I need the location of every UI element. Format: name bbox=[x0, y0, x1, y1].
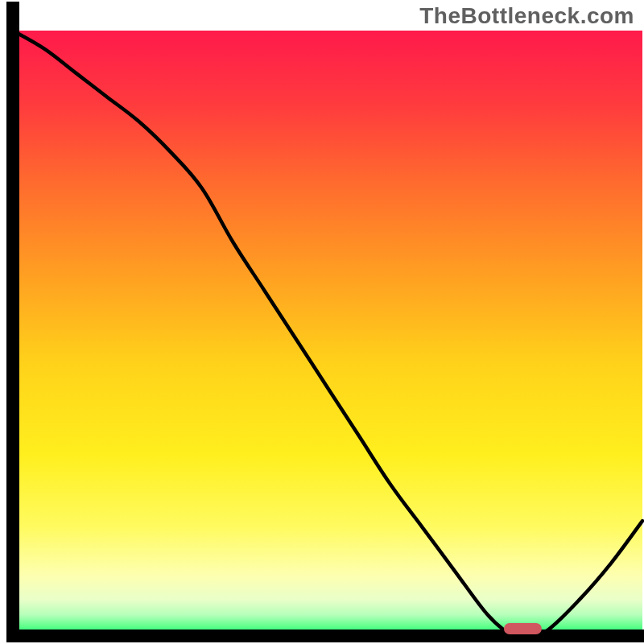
chart-background bbox=[13, 31, 642, 636]
bottleneck-chart: TheBottleneck.com bbox=[0, 0, 644, 644]
optimum-marker bbox=[504, 623, 542, 634]
chart-svg bbox=[0, 0, 644, 644]
